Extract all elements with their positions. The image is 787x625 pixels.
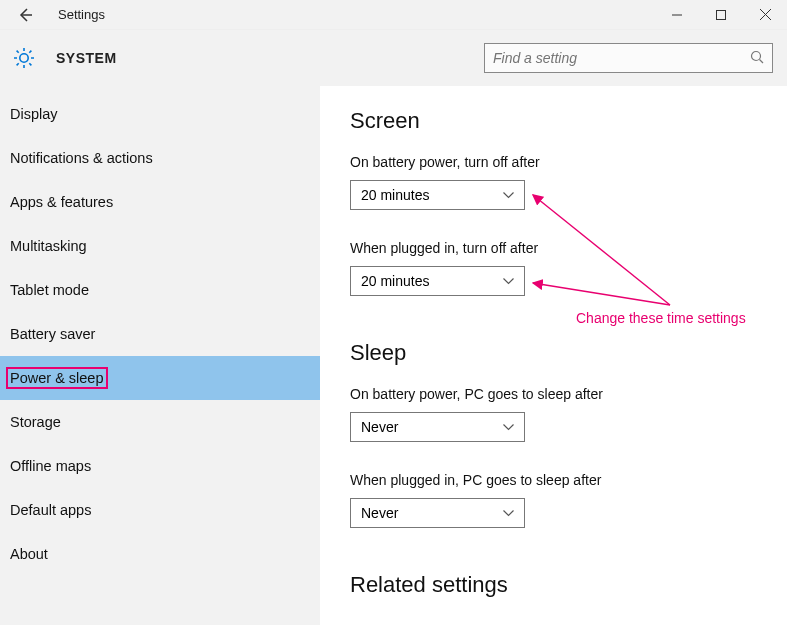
sidebar-item-label: Default apps xyxy=(10,502,91,518)
chevron-down-icon xyxy=(503,507,514,519)
sidebar-item-label: Offline maps xyxy=(10,458,91,474)
sidebar: Display Notifications & actions Apps & f… xyxy=(0,86,320,625)
sidebar-item-battery-saver[interactable]: Battery saver xyxy=(0,312,320,356)
titlebar: Settings xyxy=(0,0,787,30)
search-icon xyxy=(750,50,764,67)
close-button[interactable] xyxy=(743,0,787,30)
gear-icon xyxy=(10,44,38,72)
sidebar-item-default-apps[interactable]: Default apps xyxy=(0,488,320,532)
label-screen-plugged: When plugged in, turn off after xyxy=(350,240,787,256)
sidebar-item-power-sleep[interactable]: Power & sleep xyxy=(0,356,320,400)
sidebar-item-label: Storage xyxy=(10,414,61,430)
dropdown-screen-battery[interactable]: 20 minutes xyxy=(350,180,525,210)
svg-line-6 xyxy=(760,59,764,63)
chevron-down-icon xyxy=(503,421,514,433)
svg-rect-1 xyxy=(717,10,726,19)
content: Screen On battery power, turn off after … xyxy=(320,86,787,625)
sidebar-item-label: About xyxy=(10,546,48,562)
svg-point-5 xyxy=(752,51,761,60)
dropdown-sleep-battery[interactable]: Never xyxy=(350,412,525,442)
window-title: Settings xyxy=(58,7,105,22)
sidebar-item-label: Apps & features xyxy=(10,194,113,210)
sidebar-item-label: Battery saver xyxy=(10,326,95,342)
chevron-down-icon xyxy=(503,189,514,201)
sidebar-item-apps-features[interactable]: Apps & features xyxy=(0,180,320,224)
section-heading-related: Related settings xyxy=(350,572,787,598)
minimize-button[interactable] xyxy=(655,0,699,30)
sidebar-item-label: Notifications & actions xyxy=(10,150,153,166)
search-box[interactable] xyxy=(484,43,773,73)
section-heading-screen: Screen xyxy=(350,108,787,134)
dropdown-value: Never xyxy=(361,505,398,521)
sidebar-item-storage[interactable]: Storage xyxy=(0,400,320,444)
maximize-button[interactable] xyxy=(699,0,743,30)
section-heading-sleep: Sleep xyxy=(350,340,787,366)
sidebar-item-label: Power & sleep xyxy=(10,370,104,386)
sidebar-item-offline-maps[interactable]: Offline maps xyxy=(0,444,320,488)
label-sleep-plugged: When plugged in, PC goes to sleep after xyxy=(350,472,787,488)
sidebar-item-about[interactable]: About xyxy=(0,532,320,576)
window-controls xyxy=(655,0,787,30)
label-screen-battery: On battery power, turn off after xyxy=(350,154,787,170)
dropdown-value: 20 minutes xyxy=(361,273,429,289)
search-input[interactable] xyxy=(493,50,750,66)
back-button[interactable] xyxy=(10,0,40,30)
sidebar-item-label: Display xyxy=(10,106,58,122)
sidebar-item-tablet-mode[interactable]: Tablet mode xyxy=(0,268,320,312)
chevron-down-icon xyxy=(503,275,514,287)
header: SYSTEM xyxy=(0,30,787,86)
dropdown-sleep-plugged[interactable]: Never xyxy=(350,498,525,528)
sidebar-item-notifications[interactable]: Notifications & actions xyxy=(0,136,320,180)
label-sleep-battery: On battery power, PC goes to sleep after xyxy=(350,386,787,402)
page-heading: SYSTEM xyxy=(56,50,117,66)
annotation-text: Change these time settings xyxy=(576,310,746,326)
main: Display Notifications & actions Apps & f… xyxy=(0,86,787,625)
sidebar-item-display[interactable]: Display xyxy=(0,92,320,136)
dropdown-screen-plugged[interactable]: 20 minutes xyxy=(350,266,525,296)
svg-point-4 xyxy=(20,54,28,62)
sidebar-item-multitasking[interactable]: Multitasking xyxy=(0,224,320,268)
dropdown-value: Never xyxy=(361,419,398,435)
annotation-highlight-box: Power & sleep xyxy=(6,367,108,389)
sidebar-item-label: Multitasking xyxy=(10,238,87,254)
sidebar-item-label: Tablet mode xyxy=(10,282,89,298)
dropdown-value: 20 minutes xyxy=(361,187,429,203)
